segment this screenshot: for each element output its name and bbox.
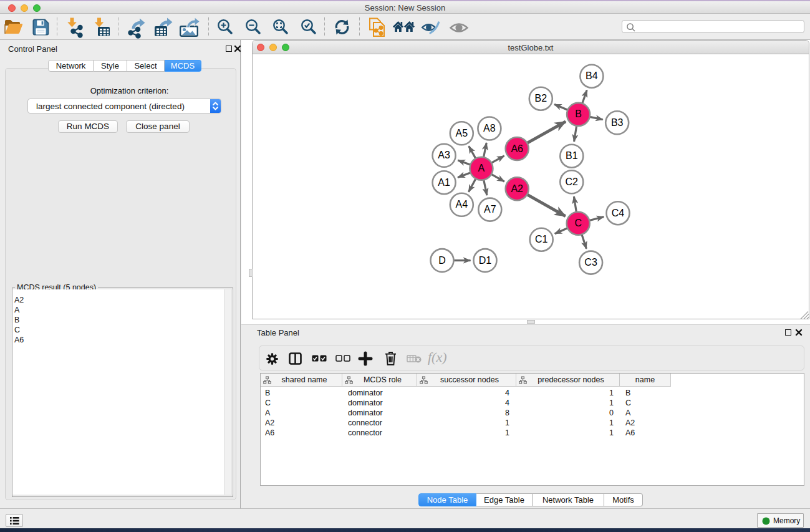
svg-text:A7: A7 — [484, 204, 496, 215]
svg-text:A2: A2 — [511, 183, 523, 194]
svg-text:A8: A8 — [483, 123, 496, 133]
svg-text:B4: B4 — [586, 70, 598, 81]
svg-text:C2: C2 — [566, 177, 579, 187]
svg-text:B2: B2 — [535, 93, 547, 104]
svg-text:A: A — [478, 163, 485, 173]
svg-text:D: D — [438, 255, 446, 266]
svg-text:C4: C4 — [612, 208, 625, 218]
svg-text:C3: C3 — [584, 257, 597, 268]
svg-text:C1: C1 — [535, 234, 548, 244]
svg-text:D1: D1 — [479, 255, 492, 266]
svg-text:C: C — [574, 218, 582, 228]
svg-text:A1: A1 — [438, 177, 450, 188]
svg-text:A5: A5 — [456, 128, 468, 138]
svg-text:B3: B3 — [611, 117, 624, 128]
svg-text:B: B — [575, 109, 582, 119]
svg-text:B1: B1 — [566, 150, 578, 161]
svg-text:A4: A4 — [456, 199, 468, 210]
svg-text:A3: A3 — [438, 150, 450, 160]
svg-text:A6: A6 — [511, 143, 523, 154]
